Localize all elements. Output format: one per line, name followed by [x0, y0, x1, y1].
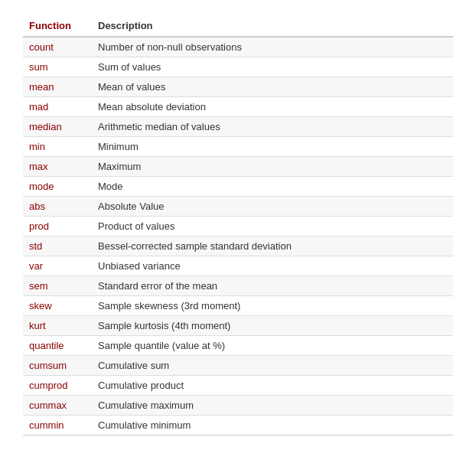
table-row: minMinimum [23, 137, 453, 157]
table-row: countNumber of non-null observations [23, 37, 453, 57]
description-cell: Sample skewness (3rd moment) [92, 296, 453, 316]
description-cell: Maximum [92, 157, 453, 177]
table-header-row: Function Description [23, 15, 453, 37]
function-cell: quantile [23, 336, 92, 356]
table-row: absAbsolute Value [23, 197, 453, 217]
function-cell: mad [23, 97, 92, 117]
description-cell: Arithmetic median of values [92, 117, 453, 137]
table-row: varUnbiased variance [23, 256, 453, 276]
table-row: sumSum of values [23, 57, 453, 77]
table-row: cumsumCumulative sum [23, 356, 453, 376]
description-cell: Minimum [92, 137, 453, 157]
function-cell: cumprod [23, 376, 92, 396]
description-cell: Product of values [92, 217, 453, 236]
table-row: cummaxCumulative maximum [23, 396, 453, 416]
table-row: semStandard error of the mean [23, 276, 453, 296]
description-cell: Mean absolute deviation [92, 97, 453, 117]
function-cell: max [23, 157, 92, 177]
function-cell: cummin [23, 416, 92, 435]
description-cell: Standard error of the mean [92, 276, 453, 296]
function-cell: count [23, 37, 92, 57]
function-cell: cummax [23, 396, 92, 416]
description-cell: Sample kurtosis (4th moment) [92, 316, 453, 336]
function-cell: kurt [23, 316, 92, 336]
function-cell: sum [23, 57, 92, 77]
table-row: skewSample skewness (3rd moment) [23, 296, 453, 316]
table-row: cumminCumulative minimum [23, 416, 453, 435]
function-cell: mode [23, 177, 92, 197]
table-row: stdBessel-corrected sample standard devi… [23, 236, 453, 256]
table-row: madMean absolute deviation [23, 97, 453, 117]
functions-table: Function Description countNumber of non-… [23, 15, 453, 435]
description-cell: Bessel-corrected sample standard deviati… [92, 236, 453, 256]
table-container: Function Description countNumber of non-… [23, 15, 453, 435]
table-row: meanMean of values [23, 77, 453, 97]
description-cell: Number of non-null observations [92, 37, 453, 57]
function-cell: min [23, 137, 92, 157]
table-row: quantileSample quantile (value at %) [23, 336, 453, 356]
table-row: kurtSample kurtosis (4th moment) [23, 316, 453, 336]
function-cell: std [23, 236, 92, 256]
column-header-description: Description [92, 15, 453, 37]
description-cell: Sum of values [92, 57, 453, 77]
table-row: medianArithmetic median of values [23, 117, 453, 137]
description-cell: Cumulative sum [92, 356, 453, 376]
function-cell: prod [23, 217, 92, 236]
description-cell: Absolute Value [92, 197, 453, 217]
description-cell: Cumulative maximum [92, 396, 453, 416]
description-cell: Cumulative product [92, 376, 453, 396]
table-row: maxMaximum [23, 157, 453, 177]
function-cell: median [23, 117, 92, 137]
function-cell: var [23, 256, 92, 276]
description-cell: Sample quantile (value at %) [92, 336, 453, 356]
function-cell: sem [23, 276, 92, 296]
description-cell: Unbiased variance [92, 256, 453, 276]
table-row: cumprodCumulative product [23, 376, 453, 396]
function-cell: abs [23, 197, 92, 217]
description-cell: Mode [92, 177, 453, 197]
table-row: prodProduct of values [23, 217, 453, 236]
function-cell: skew [23, 296, 92, 316]
column-header-function: Function [23, 15, 92, 37]
function-cell: cumsum [23, 356, 92, 376]
description-cell: Mean of values [92, 77, 453, 97]
description-cell: Cumulative minimum [92, 416, 453, 435]
function-cell: mean [23, 77, 92, 97]
table-row: modeMode [23, 177, 453, 197]
